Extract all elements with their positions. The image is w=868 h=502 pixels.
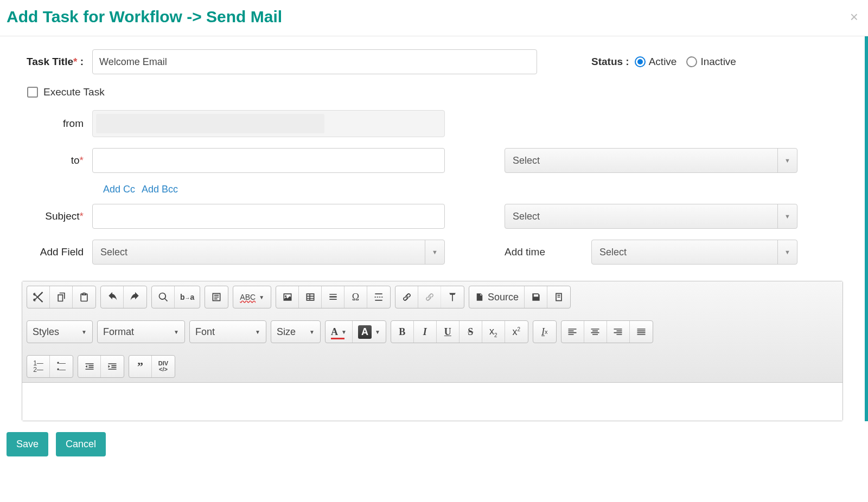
indent-icon[interactable] bbox=[101, 356, 124, 377]
bg-color-button[interactable]: A▼ bbox=[353, 321, 386, 343]
add-field-dropdown[interactable]: Select ▼ bbox=[92, 240, 445, 265]
add-time-label: Add time bbox=[505, 246, 591, 258]
execute-task-label: Execute Task bbox=[43, 86, 105, 98]
save-icon[interactable] bbox=[525, 286, 547, 308]
status-inactive-radio[interactable] bbox=[686, 56, 697, 67]
cut-icon[interactable] bbox=[27, 286, 50, 308]
to-label: to* bbox=[22, 155, 92, 166]
numbered-list-icon[interactable]: 1—2— bbox=[27, 356, 50, 377]
status-label: Status : bbox=[591, 56, 629, 68]
anchor-icon[interactable] bbox=[441, 286, 464, 308]
spellcheck-button[interactable]: ABC▼ bbox=[233, 286, 271, 308]
task-title-label: Task Title* : bbox=[22, 56, 92, 68]
chevron-down-icon: ▼ bbox=[425, 240, 444, 264]
page-break-icon[interactable] bbox=[367, 286, 390, 308]
align-center-icon[interactable] bbox=[584, 321, 607, 343]
bullet-list-icon[interactable]: •—•— bbox=[50, 356, 73, 377]
bold-button[interactable]: B bbox=[391, 321, 414, 343]
image-icon[interactable] bbox=[276, 286, 299, 308]
preview-icon[interactable] bbox=[547, 286, 570, 308]
font-dropdown[interactable]: Font▼ bbox=[190, 321, 266, 343]
table-icon[interactable] bbox=[299, 286, 322, 308]
to-input[interactable] bbox=[92, 148, 445, 173]
add-bcc-link[interactable]: Add Bcc bbox=[142, 184, 178, 195]
execute-task-checkbox[interactable] bbox=[27, 87, 38, 98]
subject-label: Subject* bbox=[22, 210, 92, 222]
chevron-down-icon: ▼ bbox=[777, 240, 797, 264]
paste-icon[interactable] bbox=[73, 286, 95, 308]
rich-text-editor: b→a ABC▼ bbox=[22, 281, 843, 421]
chevron-down-icon: ▼ bbox=[777, 204, 797, 228]
align-right-icon[interactable] bbox=[607, 321, 630, 343]
special-char-icon[interactable]: Ω bbox=[344, 286, 367, 308]
status-active-label: Active bbox=[649, 56, 677, 68]
blockquote-icon[interactable]: ” bbox=[129, 356, 152, 377]
size-dropdown[interactable]: Size▼ bbox=[271, 321, 320, 343]
editor-content-area[interactable] bbox=[22, 383, 843, 421]
cancel-button[interactable]: Cancel bbox=[56, 432, 106, 456]
link-icon[interactable] bbox=[395, 286, 418, 308]
add-cc-link[interactable]: Add Cc bbox=[103, 184, 135, 195]
styles-dropdown[interactable]: Styles▼ bbox=[27, 321, 92, 343]
remove-format-button[interactable]: Ix bbox=[533, 321, 556, 343]
modal-title: Add Task for Workflow -> Send Mail bbox=[7, 8, 282, 26]
align-left-icon[interactable] bbox=[561, 321, 584, 343]
replace-icon[interactable]: b→a bbox=[175, 286, 200, 308]
strike-button[interactable]: S bbox=[459, 321, 482, 343]
task-title-input[interactable] bbox=[92, 49, 537, 74]
close-icon[interactable]: × bbox=[850, 9, 861, 25]
text-color-button[interactable]: A▼ bbox=[326, 321, 353, 343]
find-icon[interactable] bbox=[152, 286, 175, 308]
outdent-icon[interactable] bbox=[78, 356, 101, 377]
status-active-radio[interactable] bbox=[635, 56, 646, 67]
to-select-dropdown[interactable]: Select ▼ bbox=[505, 148, 797, 173]
from-value-placeholder bbox=[96, 114, 324, 133]
redo-icon[interactable] bbox=[124, 286, 146, 308]
add-field-label: Add Field bbox=[22, 246, 92, 258]
from-label: from bbox=[22, 118, 92, 130]
horizontal-rule-icon[interactable] bbox=[322, 286, 344, 308]
from-field[interactable] bbox=[92, 110, 445, 137]
unlink-icon[interactable] bbox=[418, 286, 441, 308]
copy-icon[interactable] bbox=[50, 286, 73, 308]
status-inactive-label: Inactive bbox=[700, 56, 736, 68]
chevron-down-icon: ▼ bbox=[777, 149, 797, 172]
subject-input[interactable] bbox=[92, 204, 445, 229]
div-container-icon[interactable]: DIV</> bbox=[152, 356, 175, 377]
source-button[interactable]: Source bbox=[469, 286, 525, 308]
subscript-button[interactable]: x2 bbox=[482, 321, 505, 343]
subject-select-dropdown[interactable]: Select ▼ bbox=[505, 204, 797, 229]
format-dropdown[interactable]: Format▼ bbox=[98, 321, 184, 343]
underline-button[interactable]: U bbox=[437, 321, 459, 343]
undo-icon[interactable] bbox=[101, 286, 124, 308]
align-justify-icon[interactable] bbox=[630, 321, 653, 343]
add-time-dropdown[interactable]: Select ▼ bbox=[591, 240, 797, 265]
italic-button[interactable]: I bbox=[414, 321, 437, 343]
superscript-button[interactable]: x2 bbox=[505, 321, 528, 343]
save-button[interactable]: Save bbox=[7, 432, 48, 456]
select-all-icon[interactable] bbox=[205, 286, 228, 308]
